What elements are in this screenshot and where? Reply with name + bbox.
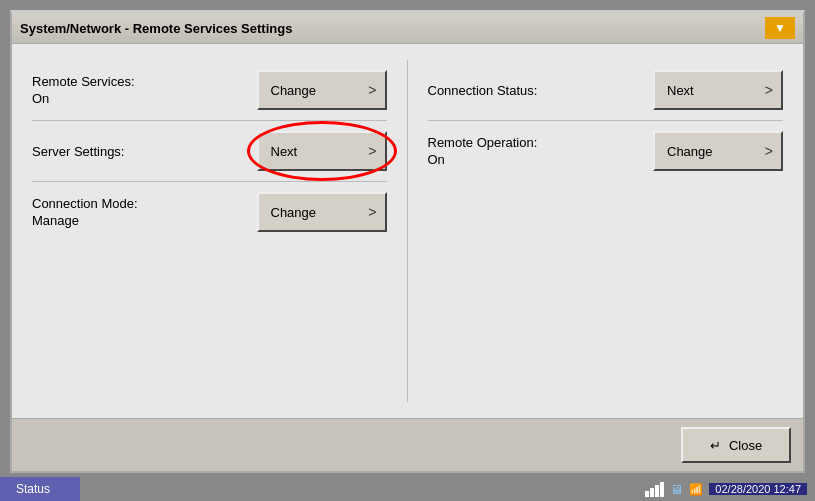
connection-mode-change-button[interactable]: Change >	[257, 192, 387, 232]
window-title: System/Network - Remote Services Setting…	[20, 21, 292, 36]
remote-operation-change-button[interactable]: Change >	[653, 131, 783, 171]
title-bar: System/Network - Remote Services Setting…	[12, 13, 803, 44]
close-label: Close	[729, 438, 762, 453]
status-bar: Status 🖥 📶 02/28/2020 12:47	[0, 477, 815, 501]
remote-operation-arrow-icon: >	[765, 143, 773, 159]
status-label: Status	[0, 477, 80, 501]
connection-status-label: Connection Status:	[428, 83, 538, 98]
signal-bar-1	[645, 491, 649, 497]
server-settings-next-button[interactable]: Next >	[257, 131, 387, 171]
signal-bar-4	[660, 482, 664, 497]
connection-status-row: Connection Status: Next >	[428, 60, 784, 121]
connection-status-arrow-icon: >	[765, 82, 773, 98]
remote-operation-row: Remote Operation: On Change >	[428, 121, 784, 181]
remote-services-change-button[interactable]: Change >	[257, 70, 387, 110]
footer-bar: ↵ Close	[12, 418, 803, 471]
right-panel: Connection Status: Next > Remote Operati…	[408, 60, 784, 402]
server-settings-label: Server Settings:	[32, 144, 125, 159]
datetime-display: 02/28/2020 12:47	[709, 483, 807, 495]
content-area: Remote Services: On Change > Server Sett…	[12, 44, 803, 418]
remote-services-label: Remote Services: On	[32, 74, 135, 106]
connection-mode-arrow-icon: >	[368, 204, 376, 220]
close-button[interactable]: ↵ Close	[681, 427, 791, 463]
title-dropdown-icon[interactable]: ▼	[765, 17, 795, 39]
wifi-icon: 📶	[689, 483, 703, 496]
signal-bar-3	[655, 485, 659, 497]
controls-grid: Remote Services: On Change > Server Sett…	[32, 60, 783, 402]
close-return-icon: ↵	[710, 438, 721, 453]
server-settings-btn-wrapper: Next >	[257, 131, 387, 171]
server-settings-arrow-icon: >	[368, 143, 376, 159]
signal-icons	[645, 482, 664, 497]
signal-bars	[645, 482, 664, 497]
connection-status-next-button[interactable]: Next >	[653, 70, 783, 110]
server-settings-row: Server Settings: Next >	[32, 121, 387, 182]
remote-operation-label: Remote Operation: On	[428, 135, 538, 167]
network-icon: 🖥	[670, 482, 683, 497]
signal-bar-2	[650, 488, 654, 497]
left-panel: Remote Services: On Change > Server Sett…	[32, 60, 408, 402]
main-window: System/Network - Remote Services Setting…	[10, 10, 805, 473]
remote-services-row: Remote Services: On Change >	[32, 60, 387, 121]
remote-services-arrow-icon: >	[368, 82, 376, 98]
status-right-area: 🖥 📶 02/28/2020 12:47	[645, 482, 815, 497]
connection-mode-label: Connection Mode: Manage	[32, 196, 138, 228]
connection-mode-row: Connection Mode: Manage Change >	[32, 182, 387, 242]
